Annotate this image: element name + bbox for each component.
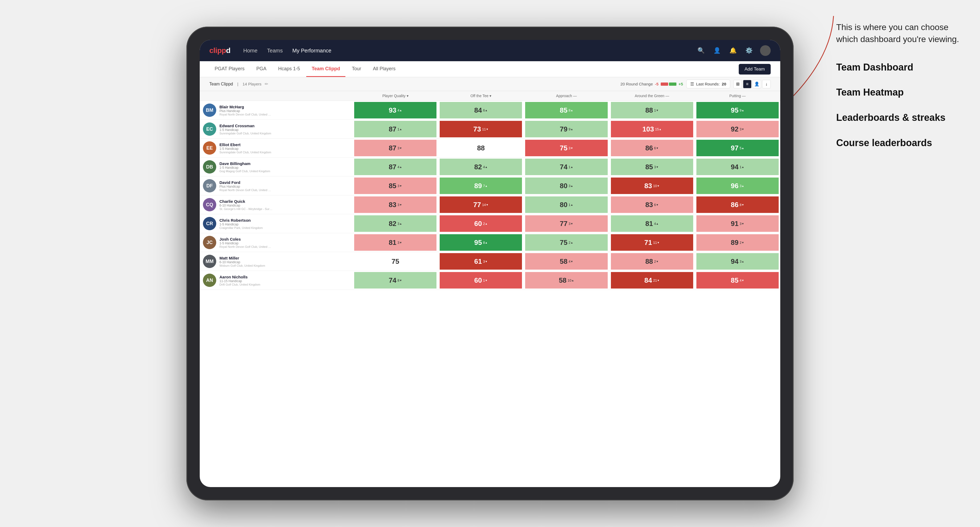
col-putting[interactable]: Putting — [695, 91, 780, 101]
stat-value-container: 58 10 [525, 272, 608, 289]
tab-pgat-players[interactable]: PGAT Players [209, 61, 250, 77]
user-avatar[interactable] [760, 45, 771, 56]
player-details: Aaron Nicholls 11-15 Handicap Drift Golf… [220, 275, 349, 286]
stat-value-container: 79 9 [525, 121, 608, 137]
table-row[interactable]: JC Josh Coles 1-5 Handicap Royal North D… [200, 233, 780, 252]
stat-value: 88 [477, 144, 485, 152]
stat-value: 94 [731, 257, 738, 266]
table-row[interactable]: EC Edward Crossman 1-5 Handicap Sunningd… [200, 120, 780, 139]
stat-value-container: 73 11 [440, 121, 522, 137]
stat-cell-off_tee: 60 2 [438, 214, 523, 233]
tab-pga[interactable]: PGA [251, 61, 272, 77]
user-icon[interactable]: 👤 [712, 46, 722, 56]
stat-cell-off_tee: 61 3 [438, 252, 523, 271]
stat-change: 8 [568, 108, 573, 112]
player-club: Gog Magog Golf Club, United Kingdom [220, 170, 273, 173]
player-name: Charlie Quick [220, 199, 349, 204]
table-row[interactable]: DB Dave Billingham 1-5 Handicap Gog Mago… [200, 157, 780, 176]
stat-change: 3 [483, 259, 488, 264]
tab-team-clippd[interactable]: Team Clippd [306, 61, 345, 77]
col-off-tee[interactable]: Off the Tee ▾ [438, 91, 523, 101]
player-avatar: BM [203, 103, 216, 117]
tab-all-players[interactable]: All Players [368, 61, 401, 77]
stat-cell-off_tee: 82 4 [438, 157, 523, 176]
player-handicap: Plus Handicap [220, 109, 349, 113]
stat-value: 84 [474, 106, 482, 114]
stat-value-container: 71 11 [611, 234, 693, 251]
player-details: Blair McHarg Plus Handicap Royal North D… [220, 105, 349, 116]
stat-value-container: 85 4 [696, 272, 779, 289]
search-icon[interactable]: 🔍 [696, 46, 706, 56]
stat-change: 5 [740, 146, 744, 150]
stat-value-container: 92 3 [696, 121, 779, 137]
view-list-button[interactable]: ≡ [743, 80, 751, 88]
table-row[interactable]: EE Elliot Ebert 1-5 Handicap Sunningdale… [200, 139, 780, 157]
stat-cell-off_tee: 88 [438, 139, 523, 157]
player-name: Edward Crossman [220, 124, 349, 128]
stat-cell-quality: 87 4 [353, 157, 438, 176]
stat-value: 74 [560, 163, 568, 171]
stat-value-container: 82 3 [354, 215, 436, 232]
stat-value: 103 [642, 125, 654, 133]
stat-value-container: 60 1 [440, 272, 522, 289]
stat-value-container: 83 10 [611, 178, 693, 194]
stat-cell-approach: 58 10 [523, 271, 609, 290]
stat-value: 88 [645, 257, 653, 266]
player-cell: DF David Ford Plus Handicap Royal North … [200, 176, 353, 195]
view-download-button[interactable]: ↓ [762, 80, 771, 88]
stat-cell-around_green: 84 21 [609, 271, 695, 290]
nav-teams[interactable]: Teams [267, 48, 283, 54]
stat-value-container: 88 [440, 140, 522, 156]
table-row[interactable]: MM Matt Miller 6-10 Handicap Woburn Golf… [200, 252, 780, 271]
stat-value: 83 [645, 201, 653, 209]
stat-cell-quality: 74 8 [353, 271, 438, 290]
player-name: Blair McHarg [220, 105, 349, 109]
stat-cell-around_green: 83 10 [609, 176, 695, 195]
stat-change: 3 [568, 184, 573, 188]
table-row[interactable]: CQ Charlie Quick 6-10 Handicap St. Georg… [200, 195, 780, 214]
table-row[interactable]: DF David Ford Plus Handicap Royal North … [200, 176, 780, 195]
view-grid-button[interactable]: ⊞ [733, 80, 742, 88]
nav-my-performance[interactable]: My Performance [293, 48, 332, 54]
table-row[interactable]: CR Chris Robertson 1-5 Handicap Craigmil… [200, 214, 780, 233]
stat-value: 58 [559, 276, 566, 284]
stat-value: 81 [389, 238, 396, 247]
stat-value: 91 [731, 220, 738, 228]
add-team-button[interactable]: Add Team [739, 64, 771, 75]
view-user-button[interactable]: 👤 [752, 80, 761, 88]
stat-value-container: 80 3 [525, 178, 608, 194]
player-handicap: 1-5 Handicap [220, 147, 349, 151]
stat-change: 21 [653, 278, 659, 283]
stat-value-container: 83 6 [611, 197, 693, 213]
stat-value-container: 80 1 [525, 197, 608, 213]
col-quality[interactable]: Player Quality ▾ [353, 91, 438, 101]
stat-change: 8 [740, 203, 744, 207]
player-handicap: 1-5 Handicap [220, 166, 349, 170]
stat-cell-off_tee: 73 11 [438, 120, 523, 139]
stat-change: 3 [740, 222, 744, 226]
col-around-green[interactable]: Around the Green — [609, 91, 695, 101]
bell-icon[interactable]: 🔔 [728, 46, 738, 56]
stat-cell-around_green: 103 15 [609, 120, 695, 139]
stat-change: 4 [398, 108, 402, 112]
change-bar [661, 83, 676, 86]
tab-hcaps[interactable]: Hcaps 1-5 [273, 61, 305, 77]
table-row[interactable]: BM Blair McHarg Plus Handicap Royal Nort… [200, 101, 780, 120]
edit-team-icon[interactable]: ✏ [265, 81, 268, 86]
stat-change: 4 [568, 259, 573, 264]
last-rounds-button[interactable]: ☰ Last Rounds: 20 [686, 79, 730, 88]
stat-value: 87 [389, 125, 396, 133]
player-cell: CQ Charlie Quick 6-10 Handicap St. Georg… [200, 195, 353, 214]
player-details: Charlie Quick 6-10 Handicap St. George's… [220, 199, 349, 211]
stat-value: 93 [389, 106, 396, 114]
tab-tour[interactable]: Tour [347, 61, 366, 77]
stat-cell-approach: 80 1 [523, 195, 609, 214]
nav-home[interactable]: Home [243, 48, 257, 54]
table-row[interactable]: AN Aaron Nicholls 11-15 Handicap Drift G… [200, 271, 780, 290]
stat-value-container: 75 3 [525, 140, 608, 156]
stat-value: 83 [389, 201, 396, 209]
player-avatar: EE [203, 141, 216, 155]
settings-icon[interactable]: ⚙️ [744, 46, 754, 56]
col-approach[interactable]: Approach — [523, 91, 609, 101]
player-details: Edward Crossman 1-5 Handicap Sunningdale… [220, 124, 349, 135]
